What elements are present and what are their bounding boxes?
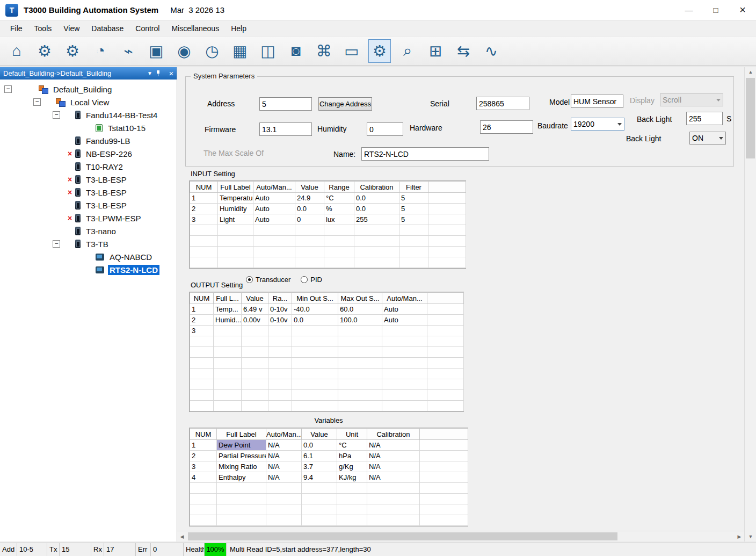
- table-cell[interactable]: [268, 379, 292, 390]
- table-cell[interactable]: [214, 379, 242, 390]
- table-cell[interactable]: 5: [399, 193, 428, 204]
- table-cell[interactable]: N/A: [367, 472, 420, 483]
- chevron-down-icon[interactable]: ▼: [144, 70, 155, 76]
- table-cell[interactable]: [214, 401, 242, 411]
- table-cell[interactable]: [268, 336, 292, 347]
- column-header[interactable]: Filter: [399, 182, 428, 193]
- table-cell[interactable]: [337, 504, 367, 515]
- table-cell[interactable]: [399, 225, 428, 236]
- table-cell[interactable]: [292, 401, 338, 411]
- table-cell[interactable]: [190, 247, 218, 257]
- table-cell[interactable]: g/Kg: [337, 461, 367, 472]
- table-cell[interactable]: [354, 236, 399, 247]
- collapse-icon[interactable]: −: [53, 111, 60, 119]
- table-cell[interactable]: [218, 257, 253, 268]
- table-cell[interactable]: [268, 358, 292, 369]
- table-cell[interactable]: [268, 347, 292, 358]
- table-cell[interactable]: [214, 347, 242, 358]
- model-input[interactable]: [571, 95, 623, 108]
- table-cell[interactable]: 0.0: [292, 315, 338, 326]
- humidity-input[interactable]: [367, 122, 403, 136]
- column-header[interactable]: NUM: [190, 293, 214, 304]
- table-cell[interactable]: [428, 257, 466, 268]
- table-cell[interactable]: [427, 304, 464, 315]
- column-header[interactable]: Ra...: [268, 293, 292, 304]
- column-header[interactable]: Full L...: [214, 293, 242, 304]
- column-header[interactable]: Value: [295, 182, 324, 193]
- tree-item-device[interactable]: T10-RAY2: [0, 160, 177, 173]
- name-input[interactable]: [361, 147, 489, 161]
- scroll-right-icon[interactable]: ▶: [735, 531, 744, 542]
- table-cell[interactable]: [214, 326, 242, 336]
- table-cell[interactable]: 3: [190, 214, 218, 225]
- address-input[interactable]: [259, 97, 312, 111]
- table-cell[interactable]: [295, 257, 324, 268]
- table-cell[interactable]: [420, 515, 468, 526]
- table-cell[interactable]: 0-10v: [268, 304, 292, 315]
- table-cell[interactable]: N/A: [367, 451, 420, 461]
- table-cell[interactable]: [253, 257, 295, 268]
- table-cell[interactable]: [338, 369, 382, 379]
- tree-item-device[interactable]: − Fandu144-BB-Test4: [0, 109, 177, 121]
- vertical-scroll-thumb[interactable]: [746, 78, 755, 158]
- table-cell[interactable]: 2: [190, 451, 217, 461]
- table-cell[interactable]: 0.0: [302, 440, 337, 451]
- table-cell[interactable]: [292, 336, 338, 347]
- table-cell[interactable]: [292, 390, 338, 401]
- scroll-left-icon[interactable]: ◀: [177, 531, 187, 542]
- table-cell[interactable]: [420, 440, 468, 451]
- scroll-up-icon[interactable]: ▲: [745, 67, 756, 77]
- table-cell[interactable]: [324, 257, 354, 268]
- table-cell[interactable]: [338, 326, 382, 336]
- collapse-icon[interactable]: −: [4, 85, 12, 93]
- firmware-input[interactable]: [259, 122, 312, 136]
- schedule-icon[interactable]: ▦: [229, 39, 251, 63]
- serial-input[interactable]: [476, 97, 529, 110]
- table-cell[interactable]: [190, 483, 217, 494]
- table-cell[interactable]: N/A: [266, 472, 302, 483]
- table-cell[interactable]: [420, 461, 468, 472]
- table-cell[interactable]: [253, 225, 295, 236]
- table-cell[interactable]: [190, 336, 214, 347]
- table-cell[interactable]: [324, 225, 354, 236]
- table-cell[interactable]: [427, 326, 464, 336]
- change-address-button[interactable]: Change Address: [318, 97, 372, 111]
- table-cell[interactable]: 0.0: [354, 193, 399, 204]
- menu-help[interactable]: Help: [225, 20, 252, 37]
- table-cell[interactable]: [190, 236, 218, 247]
- table-cell[interactable]: Partial Pressure: [217, 451, 266, 461]
- table-cell[interactable]: [190, 494, 217, 504]
- column-header[interactable]: Min Out S...: [292, 293, 338, 304]
- table-cell[interactable]: [266, 515, 302, 526]
- display-select[interactable]: Scroll: [660, 93, 723, 106]
- table-cell[interactable]: [382, 358, 427, 369]
- monitor-icon[interactable]: ▭: [340, 39, 363, 63]
- table-cell[interactable]: [399, 247, 428, 257]
- table-cell[interactable]: [266, 494, 302, 504]
- plug-icon[interactable]: ⌁: [117, 39, 140, 63]
- column-header[interactable]: Range: [324, 182, 354, 193]
- table-cell[interactable]: 2: [190, 315, 214, 326]
- menu-tools[interactable]: Tools: [28, 20, 58, 37]
- table-cell[interactable]: [214, 390, 242, 401]
- table-cell[interactable]: [302, 515, 337, 526]
- gauge-icon[interactable]: ◔: [89, 39, 112, 63]
- alarm-icon[interactable]: ◙: [285, 39, 307, 63]
- table-cell[interactable]: [214, 336, 242, 347]
- table-cell[interactable]: Auto: [253, 193, 295, 204]
- table-cell[interactable]: KJ/kg: [337, 472, 367, 483]
- table-cell[interactable]: 4: [190, 472, 217, 483]
- column-header[interactable]: Value: [242, 293, 268, 304]
- table-cell[interactable]: Temp...: [214, 304, 242, 315]
- table-cell[interactable]: N/A: [367, 461, 420, 472]
- table-cell[interactable]: Auto: [253, 204, 295, 214]
- table-cell[interactable]: [427, 336, 464, 347]
- table-cell[interactable]: %: [324, 204, 354, 214]
- column-header[interactable]: NUM: [190, 429, 217, 440]
- trend-log-icon[interactable]: ∿: [480, 39, 503, 63]
- table-cell[interactable]: [338, 336, 382, 347]
- table-cell[interactable]: [295, 225, 324, 236]
- table-cell[interactable]: 0.0: [354, 204, 399, 214]
- column-header[interactable]: [420, 429, 468, 440]
- table-cell[interactable]: [427, 369, 464, 379]
